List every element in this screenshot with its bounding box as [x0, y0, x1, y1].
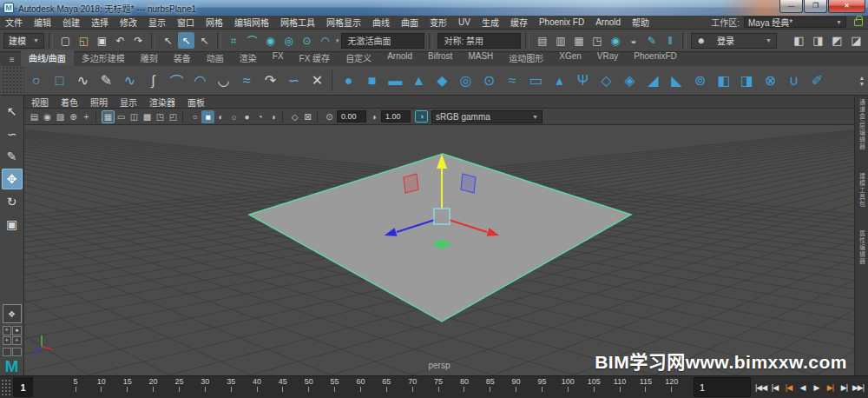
- shelf-tab[interactable]: MASH: [460, 50, 501, 66]
- light-editor-icon[interactable]: ◒: [625, 32, 641, 49]
- frame-tick[interactable]: 30: [197, 377, 213, 398]
- three-point-arc-icon[interactable]: ⌒: [165, 69, 188, 93]
- safe-title-icon[interactable]: ◰: [167, 110, 180, 123]
- menu-item[interactable]: 网格: [206, 16, 223, 29]
- ambient-occlusion-icon[interactable]: ◔: [253, 110, 266, 123]
- close-button[interactable]: ✕: [828, 0, 865, 13]
- select-hierarchy-icon[interactable]: ↖: [160, 32, 176, 49]
- frame-tick[interactable]: 65: [378, 377, 394, 398]
- shadows-icon[interactable]: ●: [240, 110, 253, 123]
- frame-tick[interactable]: 45: [275, 377, 291, 398]
- shelf-scroll[interactable]: ▲ ▼: [858, 75, 868, 87]
- menu-item[interactable]: Phoenix FD: [539, 17, 584, 27]
- step-back-key-button[interactable]: |◀: [782, 380, 795, 395]
- sign-in-dropdown[interactable]: ☻ 登录 ▼: [691, 33, 776, 49]
- manipulator-plane-handle-red[interactable]: [404, 174, 418, 193]
- nurbs-circle-icon[interactable]: ○: [24, 69, 48, 93]
- redo-icon[interactable]: ↷: [130, 32, 147, 49]
- menu-item[interactable]: 生成: [482, 16, 499, 29]
- menu-item[interactable]: 网格显示: [326, 16, 361, 29]
- resolution-gate-icon[interactable]: ◫: [128, 110, 141, 123]
- menu-item[interactable]: 缓存: [510, 16, 528, 29]
- isolate-select-icon[interactable]: ◇: [288, 110, 301, 123]
- camera-attributes-icon[interactable]: ▤: [28, 110, 41, 123]
- textured-icon[interactable]: ◐: [214, 110, 227, 123]
- project-curve-icon[interactable]: ⊚: [688, 69, 712, 93]
- shelf-tab[interactable]: XGen: [551, 50, 589, 66]
- scale-tool-icon[interactable]: ▣: [2, 214, 23, 235]
- frame-tick[interactable]: 110: [612, 377, 628, 398]
- snap-projected-center-icon[interactable]: ◎: [280, 32, 297, 49]
- frame-tick[interactable]: 120: [664, 377, 680, 398]
- menu-item[interactable]: 文件: [5, 16, 23, 29]
- two-pane-layout-button[interactable]: [3, 348, 22, 356]
- frame-tick[interactable]: 10: [94, 377, 109, 398]
- frame-tick[interactable]: 55: [327, 377, 343, 398]
- workspace-lock-icon[interactable]: [854, 19, 863, 26]
- attach-surfaces-icon[interactable]: ∪: [782, 69, 806, 93]
- step-forward-frame-button[interactable]: ▶|: [838, 380, 851, 395]
- trim-tool-icon[interactable]: ◧: [712, 69, 735, 93]
- frame-ruler[interactable]: 5 10 15 20 25: [33, 376, 692, 398]
- frame-tick[interactable]: 15: [120, 377, 135, 398]
- symmetry-field[interactable]: 对称: 禁用: [437, 33, 521, 49]
- frame-tick[interactable]: 100: [560, 377, 575, 398]
- extrude-icon[interactable]: ▴: [548, 69, 571, 93]
- select-component-icon[interactable]: ↖: [196, 32, 213, 49]
- shelf-tab[interactable]: 渲染: [232, 50, 265, 66]
- chevron-down-icon[interactable]: ▾: [336, 37, 339, 44]
- open-scene-icon[interactable]: ◱: [76, 32, 92, 49]
- image-plane-icon[interactable]: ▨: [54, 110, 67, 123]
- menu-item[interactable]: 窗口: [177, 16, 194, 29]
- bevel-plus-icon[interactable]: ◣: [665, 69, 688, 93]
- menu-item[interactable]: 帮助: [632, 16, 649, 29]
- move-tool-icon[interactable]: ✥: [2, 169, 23, 189]
- add-points-tool-icon[interactable]: ≈: [235, 69, 259, 93]
- shelf-tab[interactable]: 自定义: [338, 50, 379, 66]
- menu-item[interactable]: 创建: [62, 16, 80, 29]
- paint-effects-icon[interactable]: ✎: [643, 32, 660, 49]
- tab-modeling-toolkit[interactable]: 建模工具包: [858, 173, 866, 208]
- shelf-tab[interactable]: VRay: [589, 50, 626, 66]
- tab-channel-box[interactable]: 通道盒/层编辑器: [858, 99, 866, 150]
- frame-tick[interactable]: 5: [68, 377, 83, 398]
- curve-fillet-icon[interactable]: ◡: [212, 69, 235, 93]
- x-ray-icon[interactable]: ⊠: [301, 110, 314, 123]
- shaded-icon[interactable]: ■: [201, 110, 214, 123]
- view-transform-dropdown[interactable]: sRGB gamma ▼: [431, 110, 542, 123]
- render-frame-icon[interactable]: ▤: [534, 32, 550, 49]
- panel-menu-item[interactable]: 面板: [187, 96, 205, 109]
- frame-tick[interactable]: 85: [483, 377, 498, 398]
- menu-item[interactable]: 显示: [148, 16, 166, 29]
- bezier-curve-tool-icon[interactable]: ∫: [141, 69, 165, 93]
- hypershade-icon[interactable]: ◉: [607, 32, 623, 49]
- shelf-tab[interactable]: Bifrost: [420, 50, 460, 66]
- menu-item[interactable]: 网格工具: [280, 16, 315, 29]
- exposure-field[interactable]: 0.00: [337, 110, 366, 123]
- contrast-icon[interactable]: ◑: [367, 110, 380, 123]
- nurbs-cube-icon[interactable]: ■: [360, 69, 384, 93]
- frame-tick[interactable]: 25: [171, 377, 187, 398]
- go-to-end-button[interactable]: ▶▶|: [852, 380, 865, 395]
- shelf-tab[interactable]: 多边形建模: [74, 50, 133, 66]
- planar-icon[interactable]: ▭: [524, 69, 548, 93]
- nurbs-sphere-icon[interactable]: ●: [337, 69, 360, 93]
- scroll-up-icon[interactable]: ▲: [859, 75, 865, 81]
- exposure-icon[interactable]: ⊙: [323, 110, 336, 123]
- two-point-arc-icon[interactable]: ◠: [188, 69, 212, 93]
- safe-action-icon[interactable]: ◳: [154, 110, 167, 123]
- minimize-button[interactable]: —: [779, 0, 803, 13]
- grid-toggle-icon[interactable]: ▦: [102, 110, 115, 123]
- ep-curve-tool-icon[interactable]: ∿: [118, 69, 141, 93]
- menu-item[interactable]: 编辑网格: [234, 16, 269, 29]
- curve-edit-tool-icon[interactable]: ↷: [259, 69, 282, 93]
- film-gate-icon[interactable]: ▭: [115, 110, 128, 123]
- color-management-icon[interactable]: ◑: [415, 110, 428, 123]
- use-all-lights-icon[interactable]: ☼: [227, 110, 240, 123]
- play-forwards-button[interactable]: ▶: [810, 380, 823, 395]
- frame-tick[interactable]: 20: [146, 377, 161, 398]
- current-time-field[interactable]: 1: [694, 377, 751, 397]
- frame-tick[interactable]: 40: [249, 377, 265, 398]
- motion-blur-icon[interactable]: ◑: [266, 110, 279, 123]
- shelf-menu-icon[interactable]: ≡: [3, 55, 21, 64]
